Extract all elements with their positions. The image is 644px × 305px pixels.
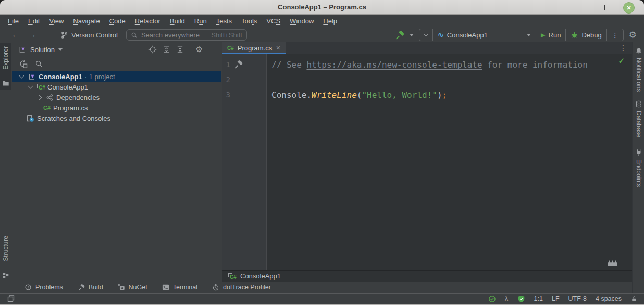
minimize-button[interactable]: – (580, 2, 592, 14)
menu-navigate[interactable]: Navigate (68, 15, 104, 28)
run-config-selector[interactable]: ∿ ConsoleApp1 (433, 29, 536, 41)
pens-widget-icon[interactable] (605, 258, 621, 267)
window-title: ConsoleApp1 – Program.cs (0, 0, 644, 15)
search-shortcut-hint: Shift+Shift (211, 31, 242, 39)
code-editor[interactable]: // See https://aka.ms/new-console-templa… (267, 54, 632, 270)
expand-all-icon[interactable] (163, 46, 170, 54)
build-hammer-icon[interactable] (395, 30, 404, 40)
menu-window[interactable]: Window (285, 15, 318, 28)
indent-setting[interactable]: 4 spaces (596, 295, 622, 302)
settings-gear-icon[interactable]: ⚙ (629, 30, 637, 41)
solution-panel-title[interactable]: Solution (30, 46, 55, 54)
menu-edit[interactable]: Edit (23, 15, 44, 28)
forward-button[interactable]: → (24, 30, 41, 40)
search-everywhere-field[interactable]: Search everywhere Shift+Shift (126, 29, 247, 41)
tab-dottrace-profiler[interactable]: dotTrace Profiler (212, 284, 271, 291)
menu-help[interactable]: Help (318, 15, 342, 28)
tree-row-solution[interactable]: ConsoleApp1 · 1 project (12, 71, 221, 82)
code-vision-lambda-icon[interactable]: λ (505, 295, 509, 303)
solution-node-suffix: · 1 project (85, 73, 115, 81)
tab-endpoints[interactable]: Endpoints (633, 149, 644, 187)
tab-nuget[interactable]: NuGet (118, 284, 147, 291)
write-lock-icon[interactable] (630, 296, 637, 302)
database-label: Database (635, 111, 642, 137)
caret-position[interactable]: 1:1 (534, 295, 543, 302)
scratches-icon (26, 114, 34, 122)
collapse-all-icon[interactable] (176, 46, 184, 54)
left-tool-strip: Explorer Structure (0, 42, 11, 293)
tab-structure[interactable]: Structure (0, 234, 11, 291)
status-ok-icon[interactable] (488, 295, 496, 303)
panel-options-gear-icon[interactable]: ⚙ (196, 45, 203, 54)
menu-tools[interactable]: Tools (237, 15, 262, 28)
tree-row-program-cs[interactable]: C# Program.cs (12, 103, 221, 113)
line-ending[interactable]: LF (552, 295, 560, 302)
dependencies-icon (46, 94, 54, 101)
tab-notifications[interactable]: Notifications (633, 47, 644, 92)
search-placeholder: Search everywhere (141, 31, 200, 39)
terminal-label: Terminal (173, 284, 197, 291)
build-options-caret[interactable] (410, 34, 414, 36)
file-encoding[interactable]: UTF-8 (568, 295, 587, 302)
terminal-icon (162, 284, 169, 291)
back-button[interactable]: ← (7, 30, 24, 40)
tab-terminal[interactable]: Terminal (162, 284, 197, 291)
panel-search-icon[interactable] (35, 60, 43, 68)
debug-button[interactable]: Debug (566, 29, 606, 41)
menu-view[interactable]: View (44, 15, 68, 28)
notifications-label: Notifications (635, 58, 642, 92)
solution-node-icon (28, 73, 36, 81)
menu-code[interactable]: Code (105, 15, 130, 28)
database-icon (635, 100, 642, 108)
solution-view-caret[interactable] (58, 48, 63, 51)
problems-label: Problems (35, 284, 63, 291)
chevron-down-icon[interactable] (28, 84, 33, 89)
menu-refactor[interactable]: Refactor (130, 15, 165, 28)
chevron-down-icon[interactable] (19, 73, 24, 79)
locate-file-icon[interactable] (19, 59, 28, 68)
solution-analysis-shield-icon[interactable] (517, 295, 525, 303)
tab-close-icon[interactable]: ✕ (276, 45, 280, 52)
menu-vcs[interactable]: VCS (262, 15, 285, 28)
run-widget-chevron[interactable] (419, 29, 433, 41)
debug-bug-icon (571, 31, 578, 39)
menu-build[interactable]: Build (165, 15, 190, 28)
maximize-button[interactable] (601, 2, 613, 14)
git-branch-icon (60, 31, 68, 39)
endpoints-label: Endpoints (635, 159, 642, 187)
more-run-options-button[interactable]: ⋮ (607, 29, 623, 41)
endpoints-icon (635, 149, 642, 156)
version-control-widget[interactable]: Version Control (60, 31, 118, 39)
editor-gutter: 1 2 3 (222, 54, 267, 270)
hide-panel-button[interactable]: — (208, 46, 215, 54)
run-config-name: ConsoleApp1 (447, 31, 488, 39)
locate-in-editor-icon[interactable] (148, 45, 157, 54)
breadcrumb-project[interactable]: ConsoleApp1 (240, 272, 281, 280)
tree-row-dependencies[interactable]: Dependencies (12, 92, 221, 103)
run-button[interactable]: ▶ Run (536, 29, 566, 41)
tab-explorer[interactable]: Explorer (0, 43, 11, 90)
csharp-file-icon: C# (43, 105, 51, 111)
chevron-right-icon[interactable] (36, 95, 42, 100)
tab-build[interactable]: Build (78, 284, 103, 291)
menu-run[interactable]: Run (190, 15, 212, 28)
editor-tab-bar: C# Program.cs ✕ ⋮ (222, 42, 632, 54)
tab-options-ellipsis[interactable]: ⋮ (620, 42, 627, 54)
tab-problems[interactable]: Problems (24, 284, 63, 291)
title-bar: ConsoleApp1 – Program.cs – ✕ (0, 0, 644, 15)
run-label: Run (549, 31, 561, 39)
inspection-ok-check-icon[interactable]: ✓ (618, 56, 625, 66)
comment-link[interactable]: https://aka.ms/new-console-template (306, 60, 482, 70)
tool-window-switcher-icon[interactable] (7, 295, 15, 303)
close-button[interactable]: ✕ (623, 2, 635, 14)
tree-row-scratches[interactable]: Scratches and Consoles (12, 113, 221, 123)
folder-icon (2, 80, 9, 87)
tree-row-project[interactable]: C# ConsoleApp1 (12, 82, 221, 92)
divider (190, 45, 190, 54)
tab-program-cs[interactable]: C# Program.cs ✕ (222, 42, 286, 54)
tab-database[interactable]: Database (633, 100, 644, 137)
menu-file[interactable]: File (3, 15, 23, 28)
gutter-hammer-icon[interactable] (234, 60, 243, 69)
line-number: 1 (223, 57, 230, 72)
menu-tests[interactable]: Tests (212, 15, 237, 28)
